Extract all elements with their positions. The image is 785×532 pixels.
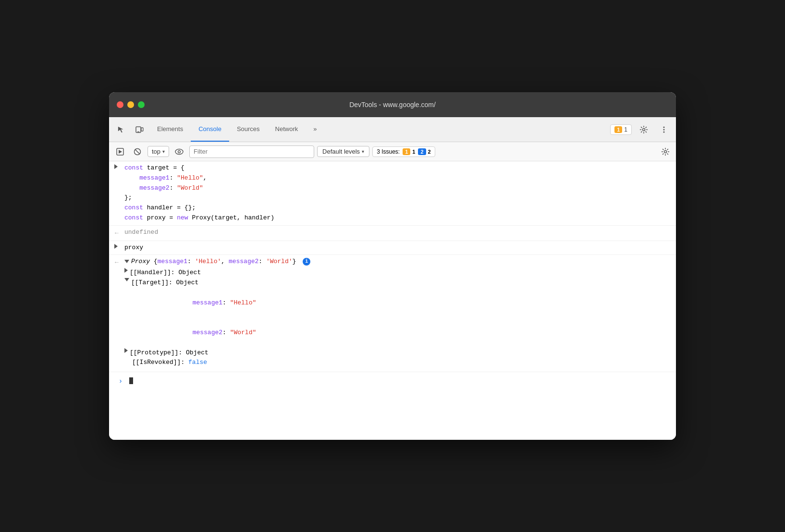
issues-text: 3 Issues:: [377, 148, 400, 155]
prompt-gutter: ›: [113, 375, 128, 387]
result-arrow-icon: ←: [115, 229, 119, 239]
target-row: [[Target]]: Object: [109, 278, 672, 288]
svg-point-13: [664, 150, 667, 153]
console-settings-button[interactable]: [659, 145, 672, 158]
isrevoked-label: [[IsRevoked]]: false: [132, 358, 207, 368]
target-children: message1: "Hello" message2: "World": [109, 288, 672, 348]
context-label: top: [152, 148, 160, 155]
warning-issues-badge: 1: [403, 148, 410, 155]
target-section: [[Target]]: Object message1: "Hello" mes…: [109, 278, 672, 348]
isrevoked-row: [[IsRevoked]]: false: [109, 358, 672, 368]
undefined-text: undefined: [124, 229, 158, 236]
chevron-down-icon: ▾: [162, 149, 165, 154]
message1-row: message1: "Hello": [147, 288, 672, 318]
code-line-1: const target = {: [124, 163, 668, 173]
minimize-button[interactable]: [127, 101, 134, 108]
console-toolbar: top ▾ Default levels ▾ 3 Issues: 1 1 2 2: [109, 142, 676, 161]
code-line-3: message2: "World": [124, 183, 668, 193]
svg-point-5: [663, 129, 665, 130]
console-entry-code: const target = { message1: "Hello", mess…: [109, 161, 676, 226]
clear-console-button[interactable]: [130, 145, 145, 158]
toolbar-left: [113, 117, 147, 142]
issues-count-badge[interactable]: 3 Issues: 1 1 2 2: [372, 146, 435, 157]
tab-more[interactable]: »: [306, 117, 324, 142]
entry-gutter: ←: [109, 257, 124, 268]
default-levels-label: Default levels: [322, 148, 360, 155]
tab-network[interactable]: Network: [268, 117, 306, 142]
proxy-output-content: Proxy {message1: 'Hello', message2: 'Wor…: [124, 257, 672, 267]
svg-line-10: [135, 149, 140, 154]
console-entry-undefined: ← undefined: [109, 226, 676, 241]
prototype-label: [[Prototype]]: Object: [130, 348, 209, 358]
code-line-4: };: [124, 193, 668, 203]
console-entry-proxy-input: proxy: [109, 241, 676, 255]
proxy-input-text: proxy: [124, 244, 143, 251]
maximize-button[interactable]: [138, 101, 145, 108]
prototype-row: [[Prototype]]: Object: [109, 348, 672, 358]
issues-badge[interactable]: 1 1: [610, 124, 632, 135]
code-line-5: const handler = {};: [124, 203, 668, 213]
tab-console[interactable]: Console: [191, 117, 229, 142]
eye-button[interactable]: [172, 145, 186, 158]
proxy-header: {message1: 'Hello', message2: 'World'}: [154, 258, 296, 265]
info-issues-number: 2: [428, 149, 431, 155]
svg-point-12: [178, 150, 181, 153]
code-line-6: const proxy = new Proxy(target, handler): [124, 213, 668, 223]
svg-point-11: [175, 149, 183, 154]
run-script-button[interactable]: [113, 145, 127, 158]
handler-label: [[Handler]]: Object: [130, 268, 201, 278]
prompt-chevron-icon: ›: [119, 376, 123, 387]
entry-gutter: [109, 163, 124, 169]
svg-point-4: [663, 126, 665, 128]
expand-arrow-icon[interactable]: [114, 244, 118, 249]
chevron-down-icon: ▾: [362, 149, 364, 154]
expand-arrow-icon[interactable]: [114, 164, 118, 169]
context-selector[interactable]: top ▾: [147, 146, 169, 157]
target-label: [[Target]]: Object: [131, 278, 198, 288]
titlebar: DevTools - www.google.com/: [109, 92, 676, 117]
filter-input[interactable]: [189, 145, 314, 158]
entry-gutter: ←: [109, 228, 124, 239]
warning-count: 1: [614, 126, 622, 133]
tab-sources[interactable]: Sources: [229, 117, 268, 142]
result-arrow-icon: ←: [115, 258, 119, 268]
proxy-input-content: proxy: [124, 243, 672, 253]
proxy-header-row: ← Proxy {message1: 'Hello', message2: 'W…: [109, 257, 672, 268]
settings-button[interactable]: [636, 121, 652, 138]
console-prompt[interactable]: ›: [109, 372, 676, 389]
svg-point-6: [663, 131, 665, 133]
code-line-2: message1: "Hello",: [124, 173, 668, 183]
devtools-window: DevTools - www.google.com/ Elements: [109, 92, 676, 440]
collapse-arrow-icon[interactable]: [124, 260, 129, 263]
code-block-content: const target = { message1: "Hello", mess…: [124, 163, 672, 223]
device-toggle-button[interactable]: [131, 121, 147, 138]
info-issues-badge: 2: [418, 148, 426, 155]
toolbar-right: 1 1: [610, 117, 672, 142]
info-icon[interactable]: i: [303, 258, 310, 266]
collapse-target-icon[interactable]: [124, 278, 129, 281]
warning-issues-number: 1: [412, 149, 415, 155]
close-button[interactable]: [117, 101, 123, 108]
main-toolbar: Elements Console Sources Network » 1 1: [109, 117, 676, 142]
traffic-lights: [117, 101, 145, 108]
message2-row: message2: "World": [147, 318, 672, 348]
proxy-label: Proxy: [131, 258, 154, 265]
console-output: const target = { message1: "Hello", mess…: [109, 161, 676, 440]
svg-point-3: [643, 128, 645, 131]
log-levels-selector[interactable]: Default levels ▾: [317, 146, 369, 157]
svg-marker-8: [119, 150, 122, 154]
tab-elements[interactable]: Elements: [149, 117, 191, 142]
svg-rect-1: [141, 128, 143, 131]
more-options-button[interactable]: [656, 121, 672, 138]
undefined-result: undefined: [124, 228, 672, 238]
handler-row: [[Handler]]: Object: [109, 268, 672, 278]
inspect-element-button[interactable]: [113, 121, 129, 138]
console-entry-proxy-output: ← Proxy {message1: 'Hello', message2: 'W…: [109, 255, 676, 372]
entry-gutter: [109, 243, 124, 249]
expand-handler-icon[interactable]: [124, 268, 128, 273]
window-title: DevTools - www.google.com/: [349, 101, 436, 109]
prompt-cursor: [129, 377, 133, 384]
tab-bar: Elements Console Sources Network »: [149, 117, 325, 142]
expand-prototype-icon[interactable]: [124, 348, 128, 353]
